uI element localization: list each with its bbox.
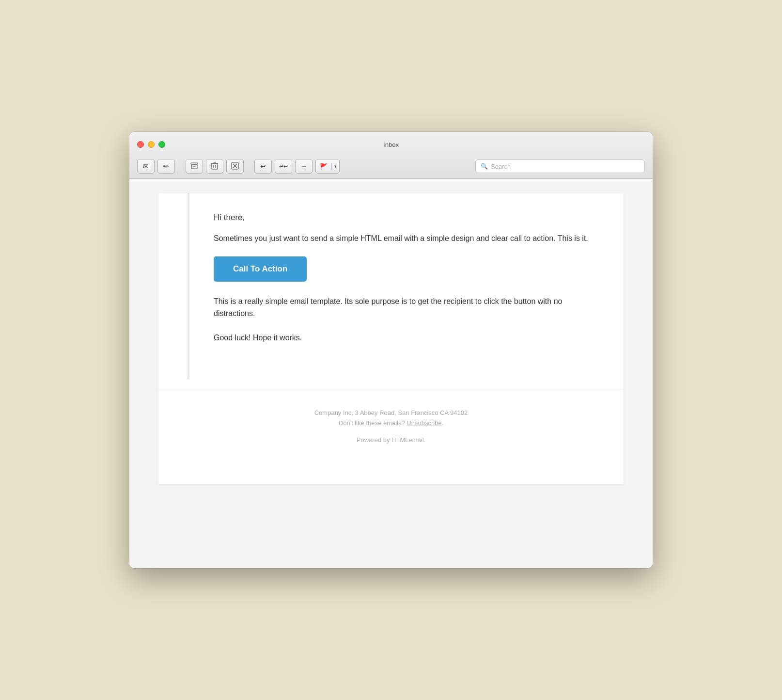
- search-icon: 🔍: [481, 163, 488, 170]
- close-button[interactable]: [137, 141, 144, 148]
- forward-icon: →: [300, 162, 307, 170]
- trash-icon: [211, 162, 218, 171]
- flag-icon: 🚩: [316, 163, 332, 170]
- junk-button[interactable]: [226, 159, 244, 174]
- svg-rect-0: [191, 163, 198, 164]
- minimize-button[interactable]: [148, 141, 155, 148]
- window-title: Inbox: [383, 141, 399, 148]
- email-greeting: Hi there,: [214, 213, 599, 223]
- reply-all-icon: ↩↩: [279, 163, 288, 170]
- footer-unsubscribe: Don't like these emails? Unsubscribe.: [168, 419, 614, 427]
- archive-icon: [190, 162, 198, 171]
- footer-address: Company Inc, 3 Abbey Road, San Francisco…: [168, 409, 614, 416]
- traffic-lights: [137, 141, 165, 148]
- junk-icon: [231, 162, 239, 171]
- email-container: Hi there, Sometimes you just want to sen…: [158, 193, 624, 484]
- forward-button[interactable]: →: [295, 159, 313, 174]
- email-footer: Company Inc, 3 Abbey Road, San Francisco…: [158, 389, 624, 468]
- reply-all-button[interactable]: ↩↩: [275, 159, 292, 174]
- email-intro: Sometimes you just want to send a simple…: [214, 232, 599, 245]
- search-bar[interactable]: 🔍: [475, 159, 645, 173]
- footer-powered: Powered by HTMLemail.: [168, 436, 614, 444]
- titlebar: Inbox ✉ ✏: [129, 132, 653, 179]
- archive-button[interactable]: [186, 159, 203, 174]
- compose-button[interactable]: ✏: [157, 159, 175, 174]
- email-body2: Good luck! Hope it works.: [214, 332, 599, 344]
- search-input[interactable]: [491, 163, 640, 170]
- delete-button[interactable]: [206, 159, 223, 174]
- mail-icon: ✉: [143, 162, 149, 170]
- unsubscribe-text: Don't like these emails?: [339, 419, 405, 427]
- maximize-button[interactable]: [158, 141, 165, 148]
- svg-rect-1: [191, 165, 197, 169]
- unsubscribe-link[interactable]: Unsubscribe: [407, 419, 441, 427]
- email-body: Hi there, Sometimes you just want to sen…: [188, 193, 624, 380]
- content-area: Hi there, Sometimes you just want to sen…: [129, 179, 653, 568]
- mail-button[interactable]: ✉: [137, 159, 155, 174]
- mail-window: Inbox ✉ ✏: [129, 132, 653, 568]
- toolbar: ✉ ✏: [137, 155, 645, 178]
- reply-icon: ↩: [260, 162, 266, 170]
- compose-icon: ✏: [163, 162, 169, 170]
- flag-dropdown-arrow: ▾: [332, 164, 339, 169]
- reply-button[interactable]: ↩: [254, 159, 272, 174]
- email-body1: This is a really simple email template. …: [214, 295, 599, 320]
- flag-button[interactable]: 🚩 ▾: [315, 159, 340, 174]
- svg-rect-3: [212, 163, 218, 169]
- cta-button[interactable]: Call To Action: [214, 256, 307, 282]
